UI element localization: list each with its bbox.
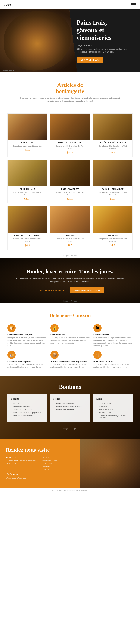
banner-order-button[interactable]: COMMANDEZ MAINTENANT — [70, 287, 104, 293]
feature-item: 🏛 Établissements Nous desservons un larg… — [93, 324, 132, 347]
product-card: BAGUETTE Baguette au levain en petite qu… — [8, 114, 47, 157]
bonbons-section: Bonbons Biscuits BiscuitsPépites de choc… — [0, 376, 140, 439]
feature-title: Cuit au four frais du jour — [8, 334, 47, 336]
feature-text: Cuit au four frais du jour Notre pain es… — [8, 334, 47, 347]
product-info: PAIN DE CAMPAGNE Sample text. Click to s… — [50, 140, 90, 157]
product-image — [50, 160, 90, 186]
hero-image-label: Image de Freepik — [77, 44, 134, 46]
bonbons-list: BiscuitsPépites de chocolatAvoine Noix D… — [11, 402, 44, 417]
product-info: PAIN AU LAIT Sample text. Click to selec… — [8, 186, 47, 203]
feature-title: Grande valeur — [50, 334, 90, 336]
bonbons-col-title: scones — [53, 397, 87, 400]
feature-desc: Sample text. Click to select the text bo… — [8, 363, 47, 369]
product-card: CÉRÉALES MÉLANGÉES Sample text. Click to… — [93, 114, 132, 157]
product-name: PAIN AU LAIT — [10, 188, 45, 190]
visit-hours-label: HEURES — [42, 456, 75, 458]
list-item: Barre à l'Avoine et au gingembre — [11, 411, 44, 414]
product-price: $4.5 — [10, 148, 45, 152]
product-description: Sample text. Click to select the Text El… — [10, 191, 45, 196]
product-name: CINABRE — [53, 234, 88, 237]
product-card: CINABRE Sample text. Click to select the… — [50, 206, 90, 250]
list-item: Scones au beurre aux fruits frais — [53, 405, 87, 408]
feature-title: Établissements — [93, 334, 132, 336]
bonbons-column: scones Scone au beurre classiqueScones a… — [50, 394, 90, 422]
product-info: PAIN HAUT DE GAMME Sample text. Click to… — [8, 232, 47, 250]
header: logo — [0, 0, 140, 9]
hero-title: Pains frais,gâteaux etviennoiseries — [77, 19, 134, 42]
product-card: PAIN HAUT DE GAMME Sample text. Click to… — [8, 206, 47, 250]
feature-text: Livraison à votre porte Sample text. Cli… — [8, 360, 47, 369]
feature-item: 📦 Aucune commande trop importante Sample… — [50, 351, 90, 369]
bonbons-list: Galettes de saisonTartelettesPain aux ba… — [96, 402, 129, 419]
list-item: Pépites de chocolat — [11, 405, 44, 408]
product-price: $1.8 — [95, 244, 130, 247]
hero-credit: Image de Freepik — [1, 70, 14, 71]
delicieuse-title: Délicieuse Cuisson — [8, 312, 132, 318]
visit-phone-block: TÉLÉPHONE 1 (341) 61.80 1 (341) 61.14 — [6, 474, 39, 480]
menu-icon[interactable] — [131, 3, 135, 6]
product-card: PAIN COMPLET Sample text. Click to selec… — [50, 160, 90, 204]
bonbons-col-title: Biscuits — [11, 397, 44, 400]
feature-desc: Nous desservons un large éventail d'inst… — [93, 336, 132, 347]
feature-item: 🍴 Délicieuse Cuisson Sample text. Click … — [93, 351, 132, 369]
articles-title: Articles deboulangerie — [8, 82, 132, 94]
visit-section: Rendez nous visite ADRESSE 137 dark Stre… — [0, 439, 140, 488]
hero-section: Pains frais,gâteaux etviennoiseries Imag… — [0, 9, 140, 72]
feature-icon: 🍴 — [93, 351, 101, 359]
banner-content: Rouler, lever et cuire. Tous les jours. … — [0, 261, 140, 301]
product-name: PAIN AU FROMAGE — [95, 188, 130, 190]
product-description: Sample text. Click to select the Text El… — [95, 238, 130, 242]
banner-menu-button[interactable]: VOIR LE MENU COMPLET — [36, 287, 68, 293]
product-name: PAIN COMPLET — [53, 188, 88, 190]
logo: logo — [5, 2, 11, 6]
visit-content: Rendez nous visite ADRESSE 137 dark Stre… — [0, 439, 80, 488]
bonbons-title: Bonbons — [8, 383, 132, 390]
visit-address-label: ADRESSE — [6, 456, 39, 458]
product-description: Baguette au levain en petite quantité. — [10, 145, 45, 147]
bonbons-content: Bonbons Biscuits BiscuitsPépites de choc… — [0, 376, 140, 426]
product-price: $6.5 — [10, 244, 45, 247]
product-price: $1.5 — [53, 244, 88, 247]
visit-address-block: ADRESSE 137 dark Street, 17 Avenue, New … — [6, 456, 39, 471]
product-name: BAGUETTE — [10, 142, 45, 144]
bonbons-grid: Biscuits BiscuitsPépites de chocolatAvoi… — [8, 394, 132, 422]
visit-address-text: 137 dark Street, 17 Avenue, New York, NY… — [6, 459, 39, 465]
product-image — [50, 114, 90, 140]
product-price: $5.5 — [95, 197, 130, 200]
product-description: Sample text. Click to select the Text El… — [53, 191, 88, 196]
products-credit: Images de Freepik — [0, 254, 140, 258]
product-info: CROISSANT Sample text. Click to select t… — [93, 232, 132, 250]
product-card: CROISSANT Sample text. Click to select t… — [93, 206, 132, 250]
feature-icon: 🏛 — [93, 324, 101, 332]
feature-desc: Sample text. Click to select the text bo… — [93, 363, 132, 369]
articles-section: Articles deboulangerie Duis aute irure d… — [0, 72, 140, 114]
product-name: CÉRÉALES MÉLANGÉES — [95, 142, 130, 144]
products-grid: BAGUETTE Baguette au levain en petite qu… — [0, 114, 140, 254]
feature-desc: Notre pain est cuit frais du jour. Ils n… — [8, 336, 47, 347]
product-image — [93, 160, 132, 186]
product-description: Sample text. Click to select the Text El… — [95, 145, 130, 150]
bonbons-column: Biscuits BiscuitsPépites de chocolatAvoi… — [8, 394, 47, 422]
articles-description: Duis aute irure dolor in reprehenderit i… — [18, 97, 122, 102]
product-image — [8, 160, 47, 186]
visit-title: Rendez nous visite — [6, 447, 75, 453]
feature-text: Délicieuse Cuisson Sample text. Click to… — [93, 360, 132, 369]
feature-text: Aucune commande trop importante Sample t… — [50, 360, 90, 369]
hero-cta-button[interactable]: EN SAVOIR PLUS — [77, 57, 103, 63]
product-price: $4.5 — [95, 151, 130, 154]
visit-image — [80, 439, 140, 488]
bonbons-list: Scone au beurre classiqueScones au beurr… — [53, 402, 87, 411]
list-item: Avoine Noix De Pécan — [11, 408, 44, 411]
product-card: PAIN AU LAIT Sample text. Click to selec… — [8, 160, 47, 204]
product-image — [93, 114, 132, 140]
hero-content: Pains frais,gâteaux etviennoiseries Imag… — [75, 11, 140, 70]
feature-text: Grande valeur Avec les prix les plus com… — [50, 334, 90, 344]
product-name: PAIN HAUT DE GAMME — [10, 234, 45, 237]
feature-text: Établissements Nous desservons un large … — [93, 334, 132, 347]
feature-icon: 📦 — [50, 351, 59, 359]
delicieuse-section: Délicieuse Cuisson 🍞 Cuit au four frais … — [0, 303, 140, 376]
product-image — [93, 206, 132, 232]
feature-icon: 💰 — [50, 324, 59, 332]
visit-image-overlay — [80, 439, 140, 488]
list-item: Scones faits à la main — [53, 408, 87, 411]
